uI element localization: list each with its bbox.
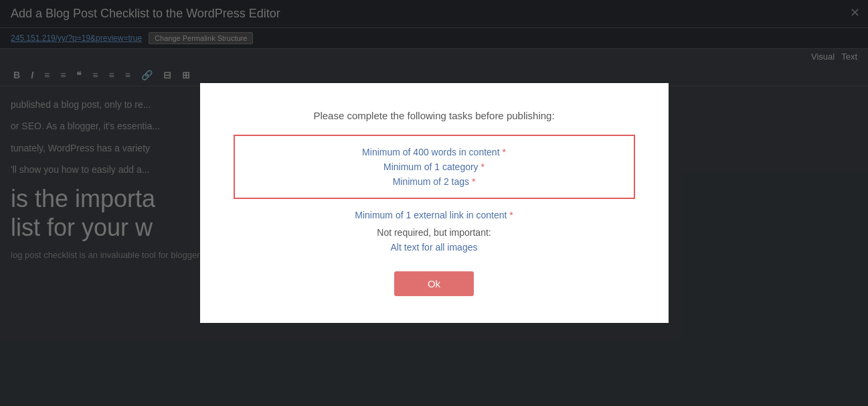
checklist-modal: Please complete the following tasks befo…	[200, 83, 669, 323]
modal-overlay: Please complete the following tasks befo…	[0, 0, 868, 406]
task-tags: Minimum of 2 tags	[393, 176, 476, 187]
ok-button[interactable]: Ok	[394, 271, 474, 296]
modal-header: Please complete the following tasks befo…	[313, 110, 554, 121]
optional-header: Not required, but important:	[377, 227, 491, 238]
task-alt-text: Alt text for all images	[391, 242, 478, 253]
task-category: Minimum of 1 category	[383, 161, 485, 172]
task-external-link: Minimum of 1 external link in content	[355, 210, 513, 220]
required-tasks-box: Minimum of 400 words in content Minimum …	[234, 135, 635, 199]
task-words: Minimum of 400 words in content	[362, 147, 506, 157]
